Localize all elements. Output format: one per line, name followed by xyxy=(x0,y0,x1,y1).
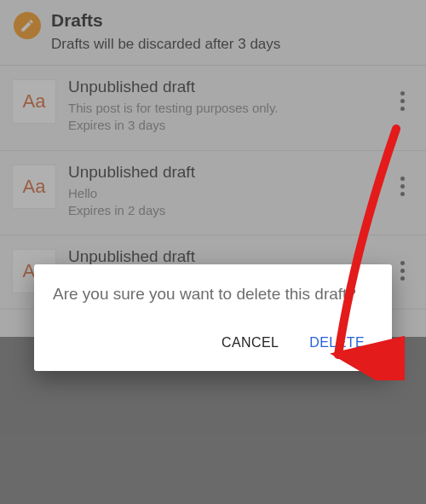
dialog-actions: CANCEL DELETE xyxy=(53,325,373,362)
dialog-message: Are you sure you want to delete this dra… xyxy=(53,283,373,306)
confirm-delete-dialog: Are you sure you want to delete this dra… xyxy=(34,264,392,371)
cancel-button[interactable]: CANCEL xyxy=(218,330,282,356)
delete-button[interactable]: DELETE xyxy=(306,330,368,356)
modal-scrim[interactable] xyxy=(0,0,426,504)
